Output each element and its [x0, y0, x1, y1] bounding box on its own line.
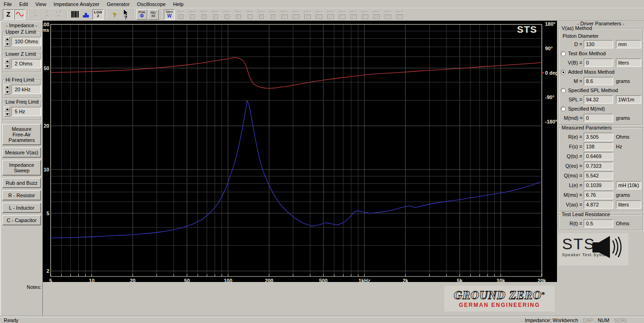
measured-parameters-group: Measured Parameters R(e) = 3.505 Ohms F(…	[558, 128, 643, 211]
spl-field[interactable]: 94.32	[584, 95, 613, 104]
mem-number: 4	[213, 14, 218, 19]
real-imaginary-button[interactable]: RE/ IM	[148, 9, 159, 20]
arrow-down-icon	[6, 91, 9, 93]
test-box-volume-field[interactable]: 0	[584, 59, 613, 67]
spin-down-button[interactable]	[4, 112, 10, 117]
upper-z-limit-group: Upper Z Limit 100 Ohms	[2, 32, 41, 50]
hi-freq-limit-field[interactable]: 20 kHz	[12, 85, 41, 94]
memory-recall-button-20: Mem20	[394, 9, 405, 20]
radio-specified-mmd[interactable]: Specified M(md)	[560, 105, 642, 113]
phase-display-button[interactable]: PHA Φ	[136, 9, 147, 20]
resistor-button[interactable]: R - Resistor	[2, 190, 41, 200]
mmd-field[interactable]: 0	[584, 114, 613, 122]
mem-number: 2	[190, 14, 195, 19]
fs-field[interactable]: 138	[584, 142, 613, 151]
phase-tick-label: 0 deg	[545, 70, 557, 76]
log-z-button[interactable]: LOG Z	[93, 9, 104, 20]
radio-added-mass-method[interactable]: Added Mass Method	[560, 68, 642, 76]
memory-write-button[interactable]: Mem W	[164, 9, 175, 20]
freq-tick-label: 1kHz	[359, 278, 371, 282]
histogram-icon	[83, 12, 90, 18]
spin-down-button[interactable]	[4, 41, 10, 47]
qms-field[interactable]: 5.542	[584, 171, 613, 180]
measure-vas-button[interactable]: Measure V(as)	[2, 147, 41, 158]
re-field[interactable]: 3.505	[584, 133, 613, 141]
re-unit: Ohms	[616, 134, 629, 140]
spin-down-button[interactable]	[4, 89, 10, 94]
vas-method-label: V(as) Method	[561, 25, 593, 31]
memory-recall-button-4: Mem4	[210, 9, 221, 20]
app-window: File Edit View Impedance Analyzer Genera…	[0, 0, 644, 323]
impedance-sweep-button[interactable]: Impedance Sweep	[2, 160, 41, 176]
low-freq-limit-field[interactable]: 5 Hz	[12, 107, 41, 116]
spin-down-button[interactable]	[4, 64, 10, 69]
lower-z-limit-field[interactable]: 2 Ohms	[12, 59, 41, 68]
radio-icon	[561, 70, 566, 75]
upper-z-limit-field[interactable]: 100 Ohms	[12, 37, 41, 46]
menu-file[interactable]: File	[0, 1, 16, 7]
inductor-button[interactable]: L - Inductor	[2, 203, 41, 213]
menu-edit[interactable]: Edit	[16, 1, 32, 7]
mem-label: Mem	[269, 10, 277, 14]
qts-field[interactable]: 0.6469	[584, 152, 613, 160]
spectrum-bars-button[interactable]	[70, 9, 81, 20]
menu-view[interactable]: View	[32, 1, 50, 7]
menu-impedance-analyzer[interactable]: Impedance Analyzer	[50, 1, 103, 7]
sine-generator-button[interactable]	[14, 9, 25, 20]
radio-test-box-method[interactable]: Test Box Method	[560, 49, 642, 58]
fs-label: F(s) =	[560, 144, 584, 149]
mem-label: Mem	[235, 10, 242, 14]
spin-up-button[interactable]	[4, 84, 10, 89]
spin-up-button[interactable]	[4, 36, 10, 41]
phase-tick-label: -90°	[545, 94, 554, 100]
status-caps-lock: CAP	[583, 317, 593, 323]
menu-help[interactable]: Help	[169, 1, 187, 7]
piston-diameter-field[interactable]: 130	[584, 40, 613, 48]
toolbar-separator	[28, 10, 29, 19]
right-input-button: R IN	[42, 9, 53, 20]
ohms-tick-label: 10	[44, 167, 49, 172]
d-label: D =	[560, 41, 584, 47]
lower-z-limit-spinner[interactable]	[4, 59, 10, 69]
mem-label: Mem	[281, 10, 288, 14]
mem-number: 10	[281, 14, 288, 19]
freq-tick-label: 5k	[457, 278, 463, 282]
upper-z-limit-spinner[interactable]	[4, 36, 10, 47]
phi-icon: Φ	[140, 14, 144, 18]
low-freq-limit-spinner[interactable]	[4, 106, 10, 117]
spin-up-button[interactable]	[4, 59, 10, 64]
impedance-chart-plot[interactable]: 10050201052Ohms51020501002005001kHz2k5k1…	[43, 21, 557, 282]
status-context: Impedance: Workbench	[525, 317, 578, 323]
menu-generator[interactable]: Generator	[103, 1, 133, 7]
help-button[interactable]: ?	[109, 9, 120, 20]
vas-field[interactable]: 4.872	[584, 200, 613, 209]
histogram-button[interactable]	[81, 9, 92, 20]
ground-zero-text: GROUND ZERO®	[444, 288, 555, 301]
capacitor-button[interactable]: C - Capacitor	[2, 215, 41, 225]
context-help-button[interactable]: ?	[120, 9, 131, 20]
radio-specified-spl-method[interactable]: Specified SPL Method	[560, 86, 642, 94]
memory-recall-button-15: Mem15	[337, 9, 348, 20]
memory-recall-button-13: Mem13	[313, 9, 325, 20]
hi-freq-limit-spinner[interactable]	[4, 84, 10, 94]
qes-field[interactable]: 0.7323	[584, 162, 613, 170]
measure-free-air-button[interactable]: Measure Free-Air Parameters	[2, 124, 41, 145]
impedance-mode-button[interactable]: Z	[3, 9, 14, 20]
mms-field[interactable]: 6.76	[584, 191, 613, 199]
hi-freq-limit-label: Hi Freq Limit	[5, 77, 35, 82]
memory-recall-button-16: Mem16	[348, 9, 359, 20]
spin-up-button[interactable]	[4, 106, 10, 112]
registered-mark: ®	[542, 291, 545, 296]
test-lead-resistance-label: Test Lead Resistance	[561, 211, 611, 217]
rub-and-buzz-button[interactable]: Rub and Buzz	[2, 178, 41, 188]
rt-field[interactable]: 0.5	[584, 219, 613, 228]
mem-label: Mem	[373, 10, 380, 14]
arrow-down-icon	[6, 113, 9, 115]
toolbar-separator	[161, 10, 162, 19]
le-field[interactable]: 0.1039	[584, 181, 613, 189]
mem-label: Mem	[396, 10, 403, 14]
menu-oscilloscope[interactable]: Oscilloscope	[133, 1, 169, 7]
spl-label: SPL =	[560, 97, 584, 102]
piano-bars-icon	[71, 11, 79, 18]
added-mass-field[interactable]: 8.6	[584, 77, 613, 85]
